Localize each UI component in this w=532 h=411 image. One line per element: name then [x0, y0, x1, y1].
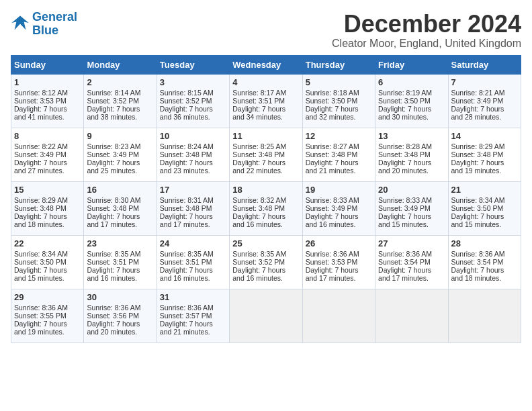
calendar-day-3: 3Sunrise: 8:15 AMSunset: 3:52 PMDaylight…: [157, 74, 229, 128]
calendar-day-11: 11Sunrise: 8:25 AMSunset: 3:48 PMDayligh…: [230, 128, 302, 181]
calendar-week-2: 8Sunrise: 8:22 AMSunset: 3:49 PMDaylight…: [11, 128, 521, 181]
calendar-day-4: 4Sunrise: 8:17 AMSunset: 3:51 PMDaylight…: [230, 74, 302, 128]
logo-text: General Blue: [32, 11, 77, 38]
col-monday: Monday: [84, 55, 157, 74]
title-block: December 2024 Cleator Moor, England, Uni…: [332, 11, 521, 50]
calendar-day-20: 20Sunrise: 8:33 AMSunset: 3:49 PMDayligh…: [375, 181, 448, 235]
calendar-day-6: 6Sunrise: 8:19 AMSunset: 3:50 PMDaylight…: [375, 74, 448, 128]
page-subtitle: Cleator Moor, England, United Kingdom: [332, 38, 521, 50]
calendar-day-empty: [230, 289, 302, 342]
calendar-week-3: 15Sunrise: 8:29 AMSunset: 3:48 PMDayligh…: [11, 181, 521, 235]
col-friday: Friday: [375, 55, 448, 74]
calendar-day-15: 15Sunrise: 8:29 AMSunset: 3:48 PMDayligh…: [11, 181, 84, 235]
calendar-day-7: 7Sunrise: 8:21 AMSunset: 3:49 PMDaylight…: [448, 74, 521, 128]
calendar-day-empty: [448, 289, 521, 342]
calendar-day-19: 19Sunrise: 8:33 AMSunset: 3:49 PMDayligh…: [302, 181, 375, 235]
col-thursday: Thursday: [302, 55, 375, 74]
calendar-day-empty: [302, 289, 375, 342]
col-sunday: Sunday: [11, 55, 84, 74]
calendar-day-27: 27Sunrise: 8:36 AMSunset: 3:54 PMDayligh…: [375, 235, 448, 289]
svg-marker-0: [11, 15, 28, 30]
calendar-day-22: 22Sunrise: 8:34 AMSunset: 3:50 PMDayligh…: [11, 235, 84, 289]
page-title: December 2024: [332, 11, 521, 38]
calendar-day-14: 14Sunrise: 8:29 AMSunset: 3:48 PMDayligh…: [448, 128, 521, 181]
calendar-day-18: 18Sunrise: 8:32 AMSunset: 3:48 PMDayligh…: [230, 181, 302, 235]
calendar-day-24: 24Sunrise: 8:35 AMSunset: 3:51 PMDayligh…: [157, 235, 229, 289]
calendar-day-9: 9Sunrise: 8:23 AMSunset: 3:49 PMDaylight…: [84, 128, 157, 181]
logo: General Blue: [11, 11, 77, 38]
calendar-week-5: 29Sunrise: 8:36 AMSunset: 3:55 PMDayligh…: [11, 289, 521, 342]
calendar-day-17: 17Sunrise: 8:31 AMSunset: 3:48 PMDayligh…: [157, 181, 229, 235]
logo-icon: [11, 13, 30, 32]
calendar-day-10: 10Sunrise: 8:24 AMSunset: 3:48 PMDayligh…: [157, 128, 229, 181]
calendar-day-25: 25Sunrise: 8:35 AMSunset: 3:52 PMDayligh…: [230, 235, 302, 289]
calendar-header-row: Sunday Monday Tuesday Wednesday Thursday…: [11, 55, 521, 74]
calendar-day-5: 5Sunrise: 8:18 AMSunset: 3:50 PMDaylight…: [302, 74, 375, 128]
calendar-day-2: 2Sunrise: 8:14 AMSunset: 3:52 PMDaylight…: [84, 74, 157, 128]
calendar-day-26: 26Sunrise: 8:36 AMSunset: 3:53 PMDayligh…: [302, 235, 375, 289]
calendar-day-21: 21Sunrise: 8:34 AMSunset: 3:50 PMDayligh…: [448, 181, 521, 235]
col-tuesday: Tuesday: [157, 55, 229, 74]
calendar-day-16: 16Sunrise: 8:30 AMSunset: 3:48 PMDayligh…: [84, 181, 157, 235]
page-header: General Blue December 2024 Cleator Moor,…: [11, 11, 521, 50]
calendar-week-4: 22Sunrise: 8:34 AMSunset: 3:50 PMDayligh…: [11, 235, 521, 289]
calendar-day-30: 30Sunrise: 8:36 AMSunset: 3:56 PMDayligh…: [84, 289, 157, 342]
calendar-week-1: 1Sunrise: 8:12 AMSunset: 3:53 PMDaylight…: [11, 74, 521, 128]
calendar-day-1: 1Sunrise: 8:12 AMSunset: 3:53 PMDaylight…: [11, 74, 84, 128]
calendar-day-13: 13Sunrise: 8:28 AMSunset: 3:48 PMDayligh…: [375, 128, 448, 181]
calendar-table: Sunday Monday Tuesday Wednesday Thursday…: [11, 55, 521, 343]
calendar-day-31: 31Sunrise: 8:36 AMSunset: 3:57 PMDayligh…: [157, 289, 229, 342]
col-saturday: Saturday: [448, 55, 521, 74]
calendar-day-8: 8Sunrise: 8:22 AMSunset: 3:49 PMDaylight…: [11, 128, 84, 181]
calendar-day-12: 12Sunrise: 8:27 AMSunset: 3:48 PMDayligh…: [302, 128, 375, 181]
calendar-day-empty: [375, 289, 448, 342]
calendar-day-28: 28Sunrise: 8:36 AMSunset: 3:54 PMDayligh…: [448, 235, 521, 289]
col-wednesday: Wednesday: [230, 55, 302, 74]
calendar-day-29: 29Sunrise: 8:36 AMSunset: 3:55 PMDayligh…: [11, 289, 84, 342]
calendar-day-23: 23Sunrise: 8:35 AMSunset: 3:51 PMDayligh…: [84, 235, 157, 289]
